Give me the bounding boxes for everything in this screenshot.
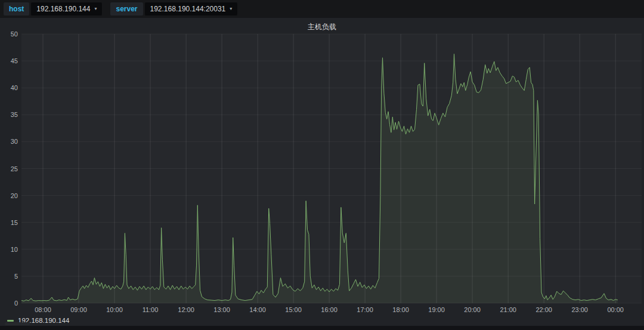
x-tick-label: 10:00 bbox=[106, 306, 123, 313]
y-tick-label: 15 bbox=[11, 219, 18, 226]
y-tick-label: 30 bbox=[11, 138, 18, 145]
var-host-dropdown[interactable]: 192.168.190.144 ▾ bbox=[31, 2, 102, 16]
x-tick-label: 22:00 bbox=[535, 306, 552, 313]
x-tick-label: 23:00 bbox=[571, 306, 588, 313]
chevron-down-icon: ▾ bbox=[94, 5, 97, 13]
graph-panel: 0510152025303540455008:0009:0010:0011:00… bbox=[0, 18, 644, 326]
var-server-dropdown[interactable]: 192.168.190.144:20031 ▾ bbox=[145, 2, 238, 16]
x-tick-label: 20:00 bbox=[464, 306, 481, 313]
y-tick-label: 35 bbox=[11, 111, 18, 118]
var-server-label: server bbox=[110, 2, 143, 16]
y-tick-label: 10 bbox=[11, 246, 18, 253]
x-tick-label: 00:00 bbox=[607, 306, 624, 313]
var-group-server: server 192.168.190.144:20031 ▾ bbox=[110, 2, 237, 16]
x-tick-label: 16:00 bbox=[321, 306, 338, 313]
x-tick-label: 12:00 bbox=[178, 306, 194, 313]
x-tick-label: 18:00 bbox=[392, 306, 409, 313]
bottom-scrollbar-track bbox=[0, 326, 644, 330]
x-tick-label: 14:00 bbox=[249, 306, 266, 313]
x-tick-label: 19:00 bbox=[428, 306, 445, 313]
legend-series-color bbox=[7, 320, 14, 322]
var-host-value: 192.168.190.144 bbox=[36, 5, 90, 13]
load-chart[interactable]: 0510152025303540455008:0009:0010:0011:00… bbox=[0, 18, 644, 326]
y-tick-label: 0 bbox=[14, 300, 18, 307]
panel-title[interactable]: 主机负载 bbox=[0, 22, 644, 32]
var-group-host: host 192.168.190.144 ▾ bbox=[4, 2, 102, 16]
var-host-label: host bbox=[4, 2, 29, 16]
x-tick-label: 15:00 bbox=[285, 306, 302, 313]
variables-bar: host 192.168.190.144 ▾ server 192.168.19… bbox=[0, 0, 644, 18]
y-tick-label: 5 bbox=[14, 273, 18, 280]
x-tick-label: 09:00 bbox=[70, 306, 87, 313]
x-tick-label: 17:00 bbox=[357, 306, 373, 313]
y-tick-label: 25 bbox=[11, 165, 18, 172]
x-tick-label: 13:00 bbox=[213, 306, 230, 313]
y-tick-label: 45 bbox=[11, 57, 18, 64]
var-server-value: 192.168.190.144:20031 bbox=[150, 5, 226, 13]
x-tick-label: 08:00 bbox=[35, 306, 51, 313]
y-tick-label: 20 bbox=[11, 192, 18, 199]
scrollbar-thumb[interactable] bbox=[5, 322, 30, 325]
dashboard: host 192.168.190.144 ▾ server 192.168.19… bbox=[0, 0, 644, 330]
x-tick-label: 11:00 bbox=[143, 306, 159, 313]
y-tick-label: 40 bbox=[11, 84, 18, 91]
x-tick-label: 21:00 bbox=[500, 306, 516, 313]
chevron-down-icon: ▾ bbox=[230, 5, 232, 13]
